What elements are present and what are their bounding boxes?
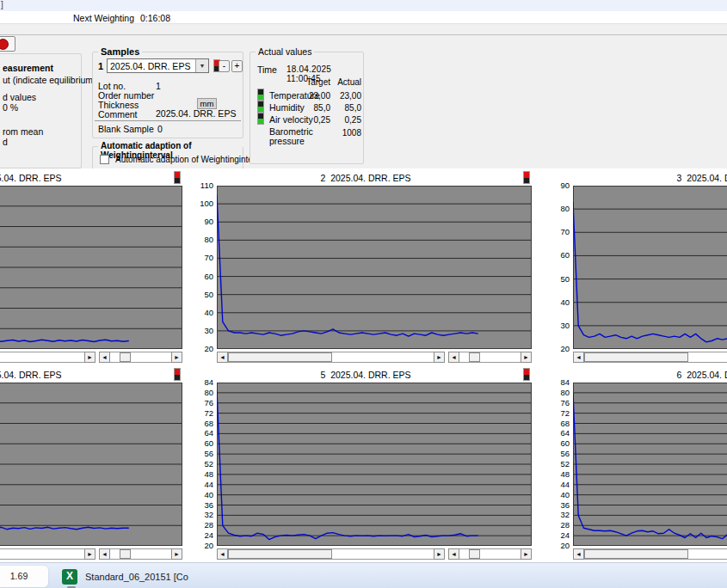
scrollbar-thumb[interactable] [120, 549, 131, 559]
windows-taskbar: 1.69 Standard_06_20151 [Co [0, 562, 727, 588]
x-scrollbar[interactable] [217, 352, 445, 363]
temperature-status-icon [257, 89, 264, 101]
zoom-scrollbar[interactable] [448, 352, 532, 363]
y-axis-tick-label: 44 [553, 481, 570, 489]
zoom-scrollbar[interactable] [99, 352, 182, 363]
chart-title: 2 2025.04. DRR. EPS [197, 173, 534, 183]
y-axis: 1101009080706050403020 [197, 186, 215, 349]
temperature-actual: 23,00 [330, 91, 361, 101]
air-velocity-status-icon [257, 113, 264, 125]
scrollbar-thumb[interactable] [120, 352, 131, 362]
scroll-right-button[interactable] [171, 548, 182, 560]
barometric-pressure-actual: 1008 [330, 128, 361, 138]
scroll-right-button[interactable] [84, 352, 95, 363]
scrollbar-track[interactable] [584, 352, 727, 363]
chart-title: 3 2025.04. DRR. EPS [553, 173, 727, 183]
temperature-target: 23,00 [298, 91, 330, 101]
x-scrollbar[interactable] [0, 352, 95, 363]
scroll-left-button[interactable] [448, 352, 459, 363]
scroll-right-button[interactable] [434, 548, 445, 560]
sample-select-dropdown[interactable]: 2025.04. DRR. EPS [107, 58, 209, 73]
scrollbar-track[interactable] [110, 352, 171, 363]
scrollbar-track[interactable] [0, 548, 84, 560]
scrollbar-thumb[interactable] [584, 549, 688, 559]
stop-measurement-button[interactable] [0, 36, 15, 52]
scrollbar-thumb[interactable] [228, 549, 332, 559]
y-axis-tick-label: 52 [553, 460, 570, 469]
scrollbar-track[interactable] [110, 548, 171, 560]
scrollbar-track[interactable] [0, 352, 84, 363]
scrollbar-thumb[interactable] [469, 352, 480, 362]
zoom-scrollbar[interactable] [99, 548, 182, 560]
taskbar-item-excel[interactable]: Standard_06_20151 [Co [62, 566, 188, 587]
y-axis-tick-label: 64 [197, 429, 213, 438]
y-axis-tick-label: 30 [197, 327, 213, 335]
y-axis-tick-label: 70 [553, 228, 570, 236]
x-scrollbar[interactable] [0, 548, 95, 560]
scroll-left-button[interactable] [573, 548, 584, 560]
y-axis-tick-label: 32 [197, 511, 213, 519]
scroll-right-button[interactable] [434, 352, 445, 363]
scrollbar-track[interactable] [228, 352, 434, 363]
end-of-measurement-group: easurement ut (indicate equilibrium) d v… [0, 53, 82, 168]
chart-plot [0, 383, 182, 546]
comment-label: Comment [98, 109, 138, 119]
scroll-left-button[interactable] [99, 352, 110, 363]
scroll-left-button[interactable] [448, 548, 459, 560]
air-velocity-actual: 0,25 [330, 115, 361, 125]
remove-sample-button[interactable]: - [219, 60, 230, 72]
chart-title: 5 2025.04. DRR. EPS [197, 370, 534, 380]
scroll-right-button[interactable] [171, 352, 182, 363]
chart-scrollbars [573, 352, 727, 363]
weighting-interval-adaption-group: Automatic adaption of Weightinginterval … [92, 146, 243, 169]
y-axis-tick-label: 50 [197, 291, 213, 299]
taskbar-item-partial[interactable]: 1.69 [0, 566, 48, 587]
y-axis-tick-label: 28 [197, 521, 213, 530]
scroll-left-button[interactable] [573, 352, 584, 363]
y-axis-tick-label: 20 [553, 345, 570, 353]
scrollbar-thumb[interactable] [228, 352, 332, 362]
scrollbar-track[interactable] [459, 352, 521, 363]
y-axis-tick-label: 24 [197, 531, 213, 540]
chart-scrollbars [573, 548, 727, 560]
next-weighting-status-row: Next Weighting 0:16:08 [0, 11, 727, 24]
chart-panel: 1 2025.04. DRR. EPS [0, 170, 185, 364]
scrollbar-thumb[interactable] [469, 549, 480, 559]
chart-title: 1 2025.04. DRR. EPS [0, 173, 185, 183]
y-axis-tick-label: 60 [197, 439, 213, 448]
chart-plot [573, 186, 727, 349]
y-axis: 9080706050403020 [553, 186, 571, 349]
chart-scrollbars [217, 352, 532, 363]
x-scrollbar[interactable] [217, 548, 445, 560]
chart-panel: 5 2025.04. DRR. EPS 84807672686460565248… [197, 367, 534, 561]
scroll-left-button[interactable] [217, 548, 228, 560]
y-axis-tick-label: 80 [197, 389, 213, 397]
excel-icon [62, 569, 77, 585]
y-axis-tick-label: 72 [553, 409, 570, 418]
y-axis-tick-label: 84 [197, 378, 213, 387]
background-window-titlebar: ] [0, 0, 727, 11]
scrollbar-thumb[interactable] [584, 352, 688, 362]
scrollbar-track[interactable] [584, 548, 727, 560]
x-scrollbar[interactable] [573, 352, 727, 363]
add-sample-button[interactable]: + [231, 60, 243, 72]
application-window: ] Next Weighting 0:16:08 easurement ut (… [0, 0, 727, 588]
option-label-fragment: 0 % [3, 102, 18, 113]
chart-panel: 4 2025.04. DRR. EPS [0, 367, 185, 561]
scrollbar-track[interactable] [459, 548, 521, 560]
scrollbar-track[interactable] [228, 548, 434, 560]
scroll-right-button[interactable] [521, 352, 532, 363]
y-axis-tick-label: 24 [553, 531, 570, 540]
scroll-left-button[interactable] [217, 352, 228, 363]
scroll-right-button[interactable] [521, 548, 532, 560]
scroll-left-button[interactable] [99, 548, 110, 560]
adaption-checkbox-label: Automatic adaption of Weightinginterval [115, 155, 267, 164]
y-axis-tick-label: 80 [553, 205, 570, 213]
next-weighting-label: Next Weighting [73, 13, 134, 23]
scroll-right-button[interactable] [84, 548, 95, 560]
zoom-scrollbar[interactable] [448, 548, 532, 560]
x-scrollbar[interactable] [573, 548, 727, 560]
adaption-checkbox[interactable] [100, 155, 109, 164]
option-label-fragment: rom mean [3, 126, 43, 137]
chevron-down-icon[interactable] [195, 59, 208, 72]
